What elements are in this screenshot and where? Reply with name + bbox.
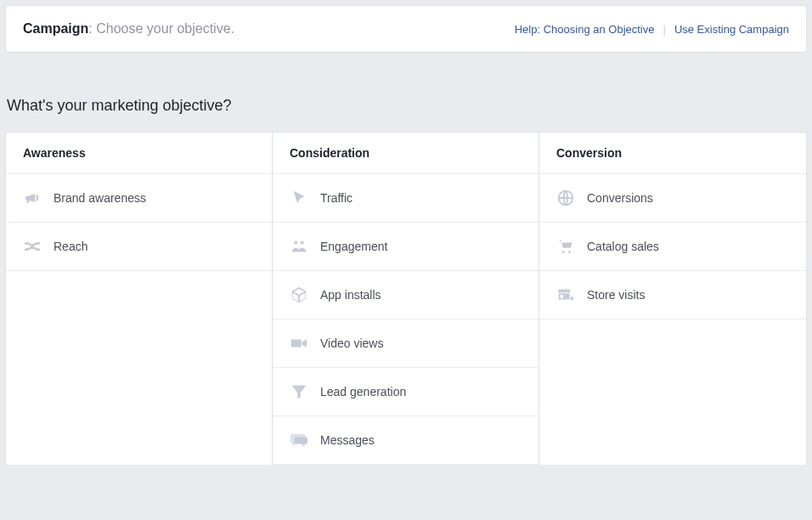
column-heading-conversion: Conversion xyxy=(539,133,806,174)
objective-video-views[interactable]: Video views xyxy=(273,319,539,368)
objective-grid: Awareness Brand awareness Reach Consider… xyxy=(5,132,807,465)
objective-label: Engagement xyxy=(320,240,387,253)
objective-label: Traffic xyxy=(320,191,352,205)
cart-icon xyxy=(556,237,575,256)
objective-engagement[interactable]: Engagement xyxy=(273,223,539,271)
store-icon xyxy=(556,285,575,304)
campaign-title: Campaign: Choose your objective. xyxy=(23,21,234,37)
objective-messages[interactable]: Messages xyxy=(273,416,539,465)
campaign-title-rest: : Choose your objective. xyxy=(88,21,234,36)
column-heading-consideration: Consideration xyxy=(273,133,539,174)
svg-rect-7 xyxy=(291,339,302,347)
funnel-icon xyxy=(290,382,308,401)
engagement-icon xyxy=(290,237,308,256)
divider: | xyxy=(663,23,665,36)
objective-label: Lead generation xyxy=(320,385,406,398)
svg-point-5 xyxy=(294,240,297,244)
video-icon xyxy=(290,334,308,353)
svg-point-6 xyxy=(301,240,304,244)
objective-traffic[interactable]: Traffic xyxy=(273,174,539,223)
column-awareness: Awareness Brand awareness Reach xyxy=(6,133,273,465)
svg-point-10 xyxy=(568,251,571,253)
svg-point-9 xyxy=(562,251,565,253)
column-conversion: Conversion Conversions Catalog sales xyxy=(539,133,806,465)
campaign-title-strong: Campaign xyxy=(23,21,88,36)
header-actions: Help: Choosing an Objective | Use Existi… xyxy=(515,23,789,36)
cursor-icon xyxy=(290,189,308,207)
box-icon xyxy=(290,285,308,304)
objective-conversions[interactable]: Conversions xyxy=(539,174,806,223)
objective-reach[interactable]: Reach xyxy=(6,223,272,271)
column-consideration: Consideration Traffic Engagement xyxy=(273,133,539,465)
objective-app-installs[interactable]: App installs xyxy=(273,271,539,319)
use-existing-link[interactable]: Use Existing Campaign xyxy=(674,23,789,36)
objective-label: Brand awareness xyxy=(54,191,146,205)
objective-label: Messages xyxy=(320,433,375,447)
objective-label: Conversions xyxy=(587,191,653,205)
objective-brand-awareness[interactable]: Brand awareness xyxy=(6,174,272,223)
svg-point-11 xyxy=(570,297,573,301)
globe-icon xyxy=(556,189,575,207)
objective-label: Store visits xyxy=(587,288,645,302)
help-link[interactable]: Help: Choosing an Objective xyxy=(515,23,655,36)
megaphone-icon xyxy=(23,189,42,207)
objective-label: App installs xyxy=(320,288,381,302)
objective-store-visits[interactable]: Store visits xyxy=(539,271,806,319)
section-title: What's your marketing objective? xyxy=(7,97,807,115)
messages-icon xyxy=(290,431,308,449)
reach-icon xyxy=(23,237,42,256)
objective-label: Catalog sales xyxy=(587,240,659,253)
column-heading-awareness: Awareness xyxy=(6,133,272,174)
objective-label: Reach xyxy=(54,240,87,253)
objective-catalog-sales[interactable]: Catalog sales xyxy=(539,223,806,271)
campaign-header: Campaign: Choose your objective. Help: C… xyxy=(5,5,807,53)
objective-lead-generation[interactable]: Lead generation xyxy=(273,368,539,416)
objective-label: Video views xyxy=(320,336,383,350)
